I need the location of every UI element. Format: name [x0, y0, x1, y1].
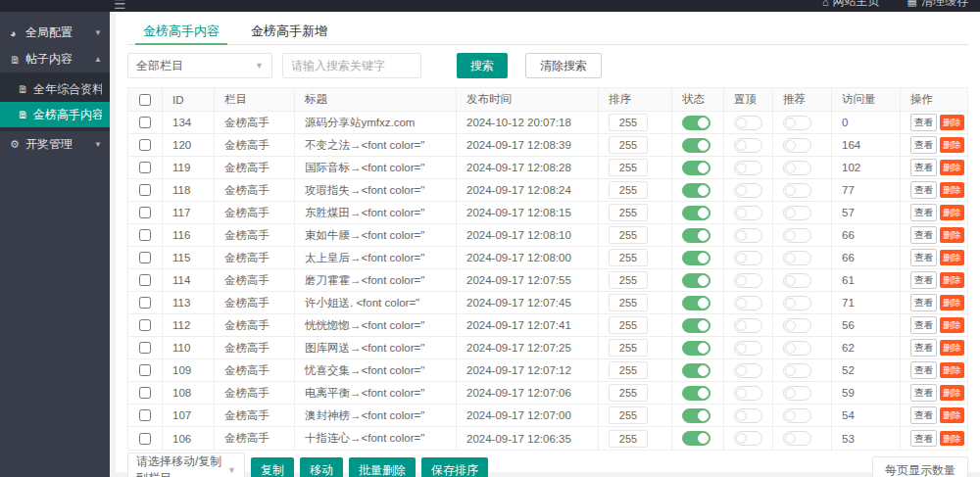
recommend-toggle[interactable] — [783, 341, 811, 356]
top-toggle[interactable] — [734, 183, 762, 198]
view-button[interactable]: 查看 — [910, 294, 937, 310]
copy-button[interactable]: 复制 — [251, 457, 294, 477]
batch-delete-button[interactable]: 批量删除 — [349, 457, 416, 477]
recommend-toggle[interactable] — [783, 161, 811, 175]
status-toggle[interactable] — [682, 318, 710, 333]
delete-button[interactable]: 删除 — [940, 250, 964, 264]
delete-button[interactable]: 删除 — [940, 317, 964, 332]
status-toggle[interactable] — [682, 431, 710, 446]
view-button[interactable]: 查看 — [910, 271, 937, 288]
status-toggle[interactable] — [682, 341, 710, 356]
delete-button[interactable]: 删除 — [940, 182, 964, 197]
view-button[interactable]: 查看 — [910, 249, 937, 265]
row-sort-input[interactable] — [609, 249, 648, 266]
view-button[interactable]: 查看 — [910, 114, 937, 130]
row-checkbox[interactable] — [139, 274, 151, 286]
top-toggle[interactable] — [734, 296, 762, 310]
view-button[interactable]: 查看 — [910, 430, 937, 447]
header-link-home[interactable]: ⌂ 网站主页 — [822, 0, 880, 10]
view-button[interactable]: 查看 — [910, 204, 937, 220]
delete-button[interactable]: 删除 — [940, 340, 964, 355]
row-sort-input[interactable] — [609, 226, 648, 244]
recommend-toggle[interactable] — [783, 228, 811, 243]
search-input[interactable] — [282, 53, 421, 78]
row-sort-input[interactable] — [609, 136, 648, 154]
status-toggle[interactable] — [682, 228, 710, 243]
recommend-toggle[interactable] — [783, 386, 811, 401]
sidebar-item-global-config[interactable]: ◕ 全局配置 ▼ — [0, 20, 110, 46]
move-copy-select[interactable]: 请选择移动/复制到栏目 ▼ — [127, 453, 245, 477]
delete-button[interactable]: 删除 — [940, 115, 964, 129]
status-toggle[interactable] — [682, 386, 710, 401]
top-toggle[interactable] — [734, 431, 762, 446]
category-select[interactable]: 全部栏目 ▼ — [127, 53, 272, 78]
top-toggle[interactable] — [734, 116, 762, 130]
status-toggle[interactable] — [682, 116, 710, 130]
delete-button[interactable]: 删除 — [940, 272, 964, 287]
row-sort-input[interactable] — [609, 384, 648, 402]
recommend-toggle[interactable] — [783, 206, 811, 220]
top-toggle[interactable] — [734, 363, 762, 378]
view-button[interactable]: 查看 — [910, 361, 937, 378]
top-toggle[interactable] — [734, 228, 762, 243]
delete-button[interactable]: 删除 — [940, 205, 964, 219]
top-toggle[interactable] — [734, 273, 762, 288]
status-toggle[interactable] — [682, 251, 710, 265]
recommend-toggle[interactable] — [783, 408, 811, 423]
view-button[interactable]: 查看 — [910, 159, 937, 175]
row-sort-input[interactable] — [609, 159, 648, 176]
recommend-toggle[interactable] — [783, 318, 811, 333]
status-toggle[interactable] — [682, 296, 710, 310]
status-toggle[interactable] — [682, 206, 710, 220]
status-toggle[interactable] — [682, 363, 710, 378]
top-toggle[interactable] — [734, 206, 762, 220]
row-sort-input[interactable] — [609, 204, 648, 221]
delete-button[interactable]: 删除 — [940, 295, 964, 310]
delete-button[interactable]: 删除 — [940, 385, 964, 400]
view-button[interactable]: 查看 — [910, 406, 937, 423]
row-checkbox[interactable] — [139, 297, 151, 309]
row-checkbox[interactable] — [139, 117, 151, 128]
status-toggle[interactable] — [682, 161, 710, 175]
row-checkbox[interactable] — [139, 319, 151, 331]
sidebar-item-jinbang-content[interactable]: 🗎 金榜高手内容 — [0, 102, 110, 127]
top-toggle[interactable] — [734, 161, 762, 175]
recommend-toggle[interactable] — [783, 116, 811, 130]
view-button[interactable]: 查看 — [910, 339, 937, 356]
move-button[interactable]: 移动 — [300, 457, 343, 477]
row-sort-input[interactable] — [609, 294, 648, 311]
top-toggle[interactable] — [734, 318, 762, 333]
select-all-checkbox[interactable] — [139, 94, 151, 106]
row-checkbox[interactable] — [139, 162, 151, 173]
recommend-toggle[interactable] — [783, 183, 811, 198]
page-size-select[interactable]: 每页显示数量 — [872, 456, 968, 477]
top-toggle[interactable] — [734, 408, 762, 423]
delete-button[interactable]: 删除 — [940, 137, 964, 152]
row-checkbox[interactable] — [139, 252, 151, 263]
recommend-toggle[interactable] — [783, 363, 811, 378]
row-sort-input[interactable] — [609, 361, 648, 379]
top-toggle[interactable] — [734, 251, 762, 265]
tab-content-list[interactable]: 金榜高手内容 — [127, 20, 235, 44]
status-toggle[interactable] — [682, 408, 710, 423]
view-button[interactable]: 查看 — [910, 181, 937, 198]
row-checkbox[interactable] — [139, 387, 151, 399]
status-toggle[interactable] — [682, 138, 710, 153]
view-button[interactable]: 查看 — [910, 316, 937, 333]
row-sort-input[interactable] — [609, 271, 648, 289]
recommend-toggle[interactable] — [783, 296, 811, 310]
row-sort-input[interactable] — [609, 406, 648, 424]
row-checkbox[interactable] — [139, 139, 151, 151]
sidebar-item-post-content[interactable]: 🗎 帖子内容 ▲ — [0, 46, 110, 72]
header-link-clear-cache[interactable]: ▦ 清理缓存 — [907, 0, 968, 10]
row-sort-input[interactable] — [609, 114, 648, 131]
clear-search-button[interactable]: 清除搜索 — [525, 53, 602, 78]
delete-button[interactable]: 删除 — [940, 362, 964, 377]
recommend-toggle[interactable] — [783, 251, 811, 265]
row-sort-input[interactable] — [609, 316, 648, 334]
view-button[interactable]: 查看 — [910, 136, 937, 153]
sidebar-item-lottery-manage[interactable]: ⚙ 开奖管理 ▼ — [0, 131, 110, 158]
recommend-toggle[interactable] — [783, 273, 811, 288]
top-toggle[interactable] — [734, 138, 762, 153]
view-button[interactable]: 查看 — [910, 384, 937, 401]
